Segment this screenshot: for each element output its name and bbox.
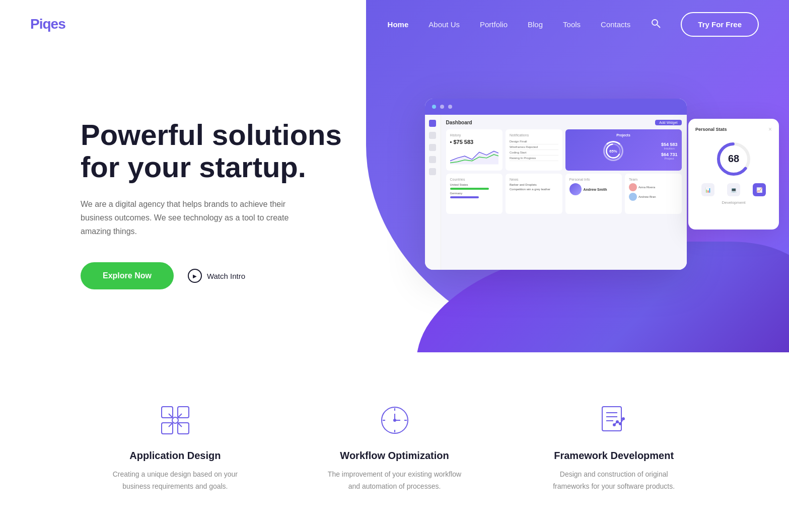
dashboard-header-row: Dashboard Add Widget	[446, 120, 682, 125]
dashboard-title: Dashboard	[446, 120, 472, 125]
mini-icons-row: 📊 💻 📈	[695, 183, 772, 196]
dash-dot-2	[440, 105, 444, 109]
svg-line-15	[169, 423, 173, 427]
logo-text: Piqes	[30, 16, 65, 32]
nav-portfolio[interactable]: Portfolio	[480, 20, 508, 29]
dashboard-mini-card: Personal Stats × 68 📊 💻 📈 Development	[688, 119, 779, 230]
service-app-design-desc: Creating a unique design based on your b…	[105, 469, 246, 493]
nav-home[interactable]: Home	[388, 20, 409, 29]
countries-card: Countries United States Germany	[446, 174, 503, 214]
dashboard-sidebar	[425, 115, 441, 270]
svg-point-30	[616, 421, 618, 423]
logo[interactable]: Piqes	[30, 16, 65, 32]
dashboard-top-bar	[425, 99, 687, 115]
service-framework-title: Framework Development	[519, 450, 708, 462]
svg-rect-25	[602, 407, 621, 431]
mini-ring-chart: 68	[713, 139, 754, 179]
svg-point-29	[613, 424, 615, 426]
svg-line-16	[178, 423, 182, 427]
mini-card-header: Personal Stats ×	[695, 126, 772, 133]
puzzle-icon	[158, 403, 193, 438]
svg-text:65%: 65%	[609, 149, 617, 154]
hero-section: Powerful solutions for your startup. We …	[0, 0, 789, 352]
services-section: Application Design Creating a unique des…	[0, 352, 789, 523]
service-framework-desc: Design and construction of original fram…	[543, 469, 684, 493]
service-workflow-title: Workflow Optimization	[300, 450, 489, 462]
search-icon[interactable]	[651, 18, 661, 31]
mini-card-footer: Development	[695, 200, 772, 205]
news-card: News Barber and Droplets Competition win…	[506, 174, 562, 214]
svg-line-14	[178, 414, 182, 418]
notifications-card: Notifications Design Finali Wireframes R…	[506, 129, 562, 171]
service-workflow: Workflow Optimization The improvement of…	[300, 403, 489, 493]
svg-point-31	[619, 423, 621, 425]
dashboard-mockup: Dashboard Add Widget History • $75 583	[425, 99, 687, 270]
dash-dot-3	[448, 105, 452, 109]
clock-icon	[377, 403, 412, 438]
service-app-design-title: Application Design	[81, 450, 270, 462]
hero-actions: Explore Now ▶ Watch Intro	[81, 262, 342, 289]
service-framework: Framework Development Design and constru…	[519, 403, 708, 493]
nav-blog[interactable]: Blog	[528, 20, 543, 29]
mini-icon-2: 💻	[727, 183, 740, 196]
history-chart	[450, 147, 499, 165]
hero-title: Powerful solutions for your startup.	[81, 119, 342, 183]
watch-intro-button[interactable]: ▶ Watch Intro	[188, 269, 245, 283]
svg-point-12	[172, 417, 178, 423]
hero-dashboard: Dashboard Add Widget History • $75 583	[373, 89, 739, 270]
try-free-button[interactable]: Try For Free	[681, 12, 759, 37]
dash-dot-1	[432, 105, 436, 109]
dashboard-grid-2: Countries United States Germany News Bar…	[446, 174, 682, 214]
dashboard-grid: History • $75 583	[446, 129, 682, 171]
add-widget-button[interactable]: Add Widget	[655, 120, 681, 125]
mini-icon-1: 📊	[701, 183, 714, 196]
mini-card-title: Personal Stats	[695, 127, 727, 132]
svg-point-24	[394, 419, 396, 421]
svg-text:68: 68	[728, 153, 739, 164]
dashboard-body: Dashboard Add Widget History • $75 583	[425, 115, 687, 270]
nav-contacts[interactable]: Contacts	[601, 20, 630, 29]
service-app-design: Application Design Creating a unique des…	[81, 403, 270, 493]
projects-circle: 65%	[603, 141, 623, 161]
main-nav: Home About Us Portfolio Blog Tools Conta…	[388, 12, 759, 37]
service-workflow-desc: The improvement of your existing workflo…	[324, 469, 465, 493]
history-card: History • $75 583	[446, 129, 503, 171]
projects-card: Projects 65%	[565, 129, 682, 171]
header: Piqes Home About Us Portfolio Blog Tools…	[0, 0, 789, 48]
personal-card: Personal Info Andrew Smith	[565, 174, 622, 214]
nav-tools[interactable]: Tools	[563, 20, 581, 29]
chart-doc-icon	[596, 403, 631, 438]
svg-line-13	[169, 414, 173, 418]
hero-text: Powerful solutions for your startup. We …	[81, 89, 342, 289]
svg-point-0	[652, 20, 658, 25]
explore-button[interactable]: Explore Now	[81, 262, 174, 289]
hero-content: Powerful solutions for your startup. We …	[0, 48, 789, 320]
svg-line-1	[657, 25, 660, 28]
svg-point-32	[622, 418, 624, 420]
dashboard-main-area: Dashboard Add Widget History • $75 583	[441, 115, 687, 270]
mini-icon-3: 📈	[753, 183, 766, 196]
play-icon: ▶	[188, 269, 202, 283]
hero-description: We are a digital agency that helps brand…	[81, 197, 292, 239]
watch-intro-label: Watch Intro	[207, 272, 245, 280]
team-card: Team Anna Rivera Andrew Bran	[625, 174, 682, 214]
nav-about[interactable]: About Us	[428, 20, 460, 29]
